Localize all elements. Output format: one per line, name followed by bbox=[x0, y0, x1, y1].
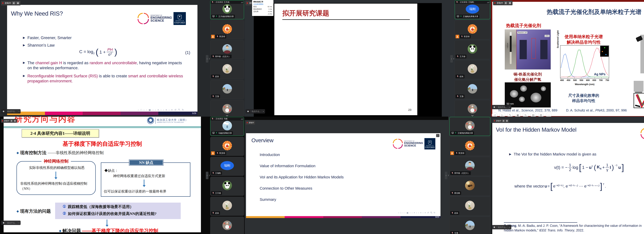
annotation-toolbar[interactable]: ◁▷✎▣▤▥⋯ bbox=[492, 112, 552, 117]
emoji-icon[interactable]: ☻ bbox=[493, 106, 496, 108]
stop-recording-button[interactable] bbox=[14, 120, 16, 122]
arrow-left-icon[interactable]: ‹ bbox=[155, 109, 156, 111]
emoji-icon[interactable]: ☻ bbox=[2, 110, 5, 113]
participant-tile[interactable]: 正在讲话: 王瑞刚;◢◢瑞刚王瑞刚的屏幕共享 bbox=[455, 0, 490, 19]
camera-tool-button[interactable]: ▥ bbox=[538, 112, 544, 117]
list-icon[interactable]: ≡ bbox=[414, 212, 415, 214]
redo-icon[interactable]: ↻ bbox=[434, 212, 435, 214]
strip-scroll-down-icon[interactable] bbox=[472, 114, 474, 116]
chat-input-bubble[interactable]: ☻ 说点什么... ‹ bbox=[246, 109, 265, 114]
slide-box-icon[interactable]: □ bbox=[400, 212, 401, 214]
chat-input-bubble[interactable]: ☻ 说点什么... ‹ bbox=[1, 109, 20, 114]
emoji-icon[interactable]: ☻ bbox=[493, 226, 496, 229]
participant-tile[interactable]: 赵岚 bbox=[210, 197, 244, 216]
participant-tile[interactable]: 艾渤 bbox=[210, 80, 244, 99]
chat-placeholder[interactable]: 说点什么... bbox=[498, 106, 507, 108]
strip-drag-grip[interactable]: ‖ bbox=[209, 174, 210, 177]
arrow-right-icon[interactable]: › bbox=[160, 109, 162, 111]
arrow-right-icon[interactable]: › bbox=[152, 109, 153, 111]
chat-collapse-icon[interactable]: ‹ bbox=[510, 226, 510, 229]
chat-input-bubble[interactable]: ☻ 说点什么... ‹ bbox=[492, 225, 511, 229]
slide-nav-toolbar[interactable]: ‹□›‹▣›‹≡›‹≡›≡↺↻ bbox=[398, 212, 435, 214]
strip-scroll-down-icon[interactable] bbox=[226, 114, 228, 116]
strip-drag-grip[interactable]: ‖ bbox=[454, 58, 454, 60]
arrow-left-icon[interactable]: ‹ bbox=[412, 212, 412, 214]
arrow-left-icon[interactable]: ‹ bbox=[404, 212, 405, 214]
participant-tile[interactable]: 正在讲话: 马敏;◢◢马敏的屏幕共享 bbox=[210, 117, 244, 136]
participant-tile[interactable]: 艾渤 bbox=[450, 217, 490, 234]
arrow-right-icon[interactable]: › bbox=[423, 212, 423, 214]
chat-collapse-icon[interactable]: ‹ bbox=[510, 106, 510, 108]
save-tool-button[interactable]: ▣ bbox=[515, 112, 520, 117]
slide-nav-toolbar[interactable]: ‹□›‹▣›‹≡›‹≡›≡↺↻ bbox=[138, 108, 184, 111]
participant-tile[interactable]: 瑞刚王瑞刚 bbox=[210, 157, 244, 176]
undo-icon[interactable]: ↺ bbox=[427, 212, 429, 214]
stop-recording-button[interactable] bbox=[508, 1, 512, 4]
strip-collapse-handle[interactable]: › bbox=[445, 172, 447, 179]
chat-input-bubble[interactable]: ☻ 说点什么... ‹ bbox=[1, 221, 20, 225]
participant-tile[interactable]: 王天雄 bbox=[210, 177, 244, 196]
arrow-left-icon[interactable]: ‹ bbox=[418, 212, 419, 214]
arrow-left-icon[interactable]: ‹ bbox=[138, 109, 139, 111]
chat-input-bubble[interactable]: ☻ 说点什么... ‹ bbox=[492, 105, 511, 109]
back-tool-button[interactable]: ◁ bbox=[492, 112, 498, 117]
slide-box-icon[interactable]: □ bbox=[140, 109, 142, 111]
participant-tile[interactable]: 赵岚 bbox=[450, 197, 490, 216]
list-icon[interactable]: ≡ bbox=[420, 212, 421, 214]
forward-tool-button[interactable]: ▷ bbox=[500, 112, 505, 117]
emoji-icon[interactable]: ☻ bbox=[2, 221, 5, 224]
list-icon[interactable]: ≡ bbox=[425, 212, 426, 214]
copy-icon[interactable]: ▣ bbox=[406, 212, 408, 214]
participant-tile[interactable]: 赵岚 bbox=[455, 60, 490, 79]
participant-tile[interactable]: 周华春（北交大） bbox=[450, 157, 490, 176]
chat-collapse-icon[interactable]: ‹ bbox=[19, 110, 20, 113]
participant-tile[interactable]: 蔡伯根 bbox=[450, 177, 490, 196]
chat-placeholder[interactable]: 说点什么... bbox=[7, 222, 16, 224]
magnifier-icon[interactable] bbox=[430, 212, 432, 214]
redo-icon[interactable]: ↻ bbox=[182, 109, 184, 111]
participant-tile[interactable]: 王天雄 bbox=[455, 40, 490, 59]
participant-tile[interactable]: 郭昊明 bbox=[450, 137, 490, 156]
participant-tile[interactable]: 正在讲话: 王天雄;◢◢王天雄的屏幕共享 bbox=[210, 0, 244, 19]
participant-tile[interactable]: 郭昊明 bbox=[210, 20, 244, 39]
stop-recording-button[interactable] bbox=[506, 120, 508, 122]
participant-tile[interactable]: 王紫荆的屏幕共享 bbox=[450, 117, 490, 136]
chat-collapse-icon[interactable]: ‹ bbox=[263, 110, 264, 113]
arrow-right-icon[interactable]: › bbox=[410, 212, 410, 214]
chat-placeholder[interactable]: 说点什么... bbox=[252, 110, 261, 113]
emoji-icon[interactable]: ☻ bbox=[247, 110, 249, 113]
list-icon[interactable]: ≡ bbox=[171, 109, 172, 111]
pen-tool-button[interactable]: ✎ bbox=[507, 112, 513, 117]
chat-collapse-icon[interactable]: ‹ bbox=[19, 222, 20, 224]
participant-tile[interactable] bbox=[210, 217, 244, 234]
arrow-left-icon[interactable]: ‹ bbox=[146, 109, 147, 111]
copy-icon[interactable]: ▣ bbox=[148, 109, 151, 111]
undo-icon[interactable]: ↺ bbox=[174, 109, 176, 111]
arrow-left-icon[interactable]: ‹ bbox=[398, 212, 399, 214]
strip-drag-grip[interactable]: ‖ bbox=[448, 174, 449, 177]
notes-tool-button[interactable]: ▤ bbox=[530, 112, 536, 117]
arrow-right-icon[interactable]: › bbox=[416, 212, 417, 214]
magnifier-tool-button[interactable] bbox=[523, 112, 528, 117]
arrow-left-icon[interactable]: ‹ bbox=[163, 109, 164, 111]
pause-recording-button[interactable] bbox=[12, 1, 15, 5]
participant-tile[interactable]: 周华春（北交大） bbox=[210, 40, 244, 59]
strip-collapse-handle[interactable]: › bbox=[450, 55, 453, 62]
arrow-right-icon[interactable]: › bbox=[403, 212, 403, 214]
check-network-link[interactable]: 点击检查网络 bbox=[253, 3, 272, 5]
participant-tile[interactable]: 郭昊明 bbox=[210, 137, 244, 156]
arrow-right-icon[interactable]: › bbox=[144, 109, 144, 111]
participant-tile[interactable]: 赵岚 bbox=[210, 60, 244, 79]
strip-collapse-handle[interactable]: › bbox=[206, 55, 208, 62]
list-icon[interactable]: ≡ bbox=[158, 109, 159, 111]
participant-tile[interactable]: 艾渤 bbox=[455, 80, 490, 99]
pause-recording-button[interactable] bbox=[502, 120, 505, 122]
chat-placeholder[interactable]: 说点什么... bbox=[498, 226, 507, 229]
more-tool-button[interactable]: ⋯ bbox=[546, 112, 552, 117]
chat-placeholder[interactable]: 说点什么... bbox=[7, 110, 16, 113]
strip-drag-grip[interactable]: ‖ bbox=[209, 58, 210, 60]
arrow-right-icon[interactable]: › bbox=[169, 109, 170, 111]
participant-tile[interactable]: 郭昊明 bbox=[455, 20, 490, 39]
fullscreen-expand-icon[interactable]: ⛶ bbox=[436, 134, 440, 137]
pause-recording-button[interactable] bbox=[10, 120, 13, 122]
